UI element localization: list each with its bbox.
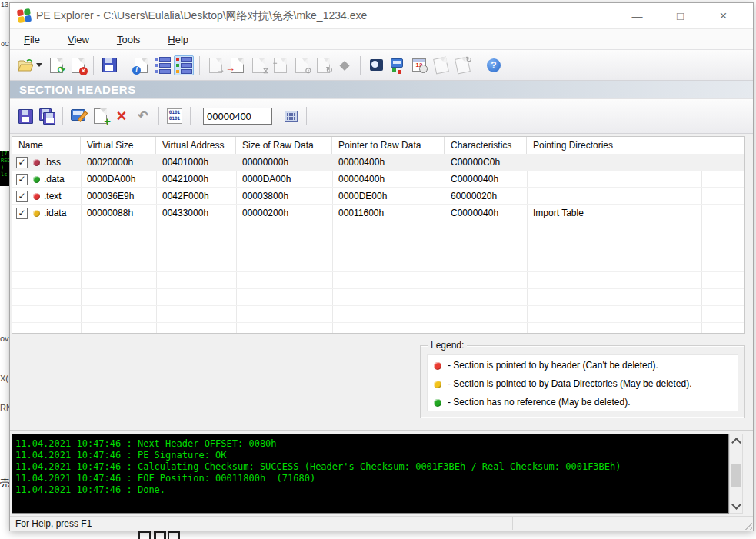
dependency-scanner-button[interactable] bbox=[388, 55, 408, 75]
calculator-icon bbox=[285, 111, 298, 122]
menu-file[interactable]: File bbox=[16, 32, 48, 48]
save-all-sections-button[interactable] bbox=[37, 106, 57, 126]
col-size-raw[interactable]: Size of Raw Data bbox=[236, 137, 332, 154]
section-checkbox[interactable]: ✓ bbox=[16, 157, 28, 168]
status-bar: For Help, press F1 bbox=[10, 516, 753, 531]
legend-item: - Section is pointed to by header (Can't… bbox=[428, 358, 738, 374]
cell-characteristics: C0000040h bbox=[445, 171, 527, 188]
section-status-dot bbox=[33, 176, 40, 183]
cell-size-raw: 0000DA00h bbox=[236, 171, 332, 188]
import-data-button[interactable]: → bbox=[227, 55, 247, 75]
exclude-data-button[interactable]: ⧖ bbox=[248, 55, 268, 75]
section-headers-view-button[interactable] bbox=[174, 55, 194, 75]
cell-pointing-directories bbox=[527, 188, 701, 205]
log-line: 11.04.2021 10:47:46 : PE Signature: OK bbox=[15, 450, 728, 461]
save-file-button[interactable] bbox=[99, 55, 119, 75]
table-row-bss[interactable]: ✓ .bss 00020000h 00401000h 00000000h 000… bbox=[12, 154, 744, 171]
background-glyph-fragment bbox=[154, 531, 166, 539]
export-data-button[interactable]: → bbox=[205, 55, 225, 75]
digital-signature-button[interactable] bbox=[431, 55, 451, 75]
section-checkbox[interactable]: ✓ bbox=[16, 174, 28, 185]
col-pointing-directories[interactable]: Pointing Directories bbox=[527, 137, 701, 154]
table-row-idata[interactable]: ✓ .idata 00000088h 00433000h 00000200h 0… bbox=[12, 205, 744, 221]
table-row-text[interactable]: ✓ .text 000036E9h 0042F000h 00003800h 00… bbox=[12, 188, 744, 205]
console-splitter[interactable] bbox=[10, 430, 753, 433]
disassembler-button[interactable] bbox=[366, 55, 386, 75]
split-view-button[interactable]: ◆ bbox=[335, 55, 355, 75]
col-pointer-raw[interactable]: Pointer to Raw Data bbox=[332, 137, 445, 154]
edit-section-button[interactable] bbox=[68, 106, 88, 126]
legend-text: - Section has no reference (May be delet… bbox=[448, 394, 630, 411]
background-fragment: X( bbox=[0, 374, 8, 383]
delete-section-button[interactable]: × bbox=[112, 106, 132, 126]
open-file-button[interactable] bbox=[15, 55, 35, 75]
open-folder-icon bbox=[17, 58, 34, 73]
offset-input[interactable] bbox=[203, 108, 272, 125]
time-date-stamps-button[interactable]: 12 bbox=[409, 55, 429, 75]
yellow-dot-icon bbox=[434, 381, 441, 388]
minimize-button[interactable]: — bbox=[620, 3, 654, 28]
section-status-dot bbox=[33, 159, 40, 166]
section-checkbox[interactable]: ✓ bbox=[16, 191, 28, 202]
cell-virtual-address: 0042F000h bbox=[156, 188, 236, 205]
background-fragment: 13 bbox=[1, 1, 8, 8]
save-all-icon bbox=[39, 108, 55, 124]
pe-explorer-window: PE Explorer - C:\Users\Eulalia\Desktop\网… bbox=[9, 2, 754, 531]
section-name: .data bbox=[44, 171, 65, 188]
section-table: Name Virtual Size Virtual Address Size o… bbox=[12, 136, 745, 334]
col-characteristics[interactable]: Characteristics bbox=[445, 137, 527, 154]
menu-help[interactable]: Help bbox=[160, 32, 196, 48]
save-icon bbox=[102, 58, 117, 72]
maximize-button[interactable]: □ bbox=[663, 3, 698, 28]
apply-changes-button[interactable]: ⊙ bbox=[291, 55, 311, 75]
headers-view-button[interactable] bbox=[152, 55, 172, 75]
section-toolbar: + × ↶ 0101 0101 bbox=[10, 98, 753, 134]
table-row-data[interactable]: ✓ .data 0000DA00h 00421000h 0000DA00h 00… bbox=[12, 171, 744, 188]
section-status-dot bbox=[33, 210, 40, 217]
scroll-down-icon[interactable] bbox=[731, 500, 741, 510]
menu-tools[interactable]: Tools bbox=[109, 32, 148, 48]
background-fragment: ov bbox=[0, 334, 9, 343]
cell-virtual-address: 00433000h bbox=[156, 205, 236, 221]
cell-characteristics: C00000C0h bbox=[445, 154, 527, 171]
title-bar[interactable]: PE Explorer - C:\Users\Eulalia\Desktop\网… bbox=[10, 3, 753, 28]
undo-button[interactable]: ↶ bbox=[133, 106, 153, 126]
menu-bar: File View Tools Help bbox=[10, 28, 753, 49]
binary-icon: 0101 0101 bbox=[167, 108, 182, 124]
console-scrollbar[interactable] bbox=[729, 434, 743, 514]
reload-file-button[interactable]: ⟳ bbox=[46, 55, 66, 75]
cell-virtual-size: 000036E9h bbox=[81, 188, 156, 205]
cell-pointing-directories: Import Table bbox=[527, 205, 701, 221]
resize-grip[interactable] bbox=[742, 520, 752, 530]
scroll-up-icon[interactable] bbox=[731, 438, 741, 448]
legend-groupbox: Legend: - Section is pointed to by heade… bbox=[420, 345, 745, 418]
legend-text: - Section is pointed to by header (Can't… bbox=[448, 358, 658, 374]
menu-view[interactable]: View bbox=[60, 32, 97, 48]
col-virtual-address[interactable]: Virtual Address bbox=[156, 137, 236, 154]
section-name: .text bbox=[44, 188, 62, 205]
help-button[interactable]: ? bbox=[484, 55, 504, 75]
update-view-button[interactable]: ↻ bbox=[313, 55, 333, 75]
background-glyph-fragment bbox=[168, 531, 180, 539]
col-virtual-size[interactable]: Virtual Size bbox=[81, 137, 156, 154]
close-button[interactable]: × bbox=[706, 3, 741, 28]
close-file-button[interactable]: × bbox=[68, 55, 88, 75]
scrollbar-thumb[interactable] bbox=[731, 464, 741, 487]
cell-virtual-size: 00000088h bbox=[81, 205, 156, 221]
cell-pointer-raw: 00000400h bbox=[332, 171, 445, 188]
col-filler bbox=[701, 137, 745, 154]
cell-virtual-size: 0000DA00h bbox=[81, 171, 156, 188]
log-line: 11.04.2021 10:47:46 : Done. bbox=[15, 484, 728, 496]
open-file-dropdown-icon[interactable] bbox=[36, 63, 42, 67]
resource-view-button[interactable]: ≡ bbox=[270, 55, 290, 75]
binary-view-button[interactable]: 0101 0101 bbox=[165, 106, 185, 126]
save-section-button[interactable] bbox=[15, 106, 35, 126]
verify-signature-button[interactable]: ↻ bbox=[452, 55, 472, 75]
calculator-button[interactable] bbox=[281, 106, 301, 126]
col-name[interactable]: Name bbox=[12, 137, 81, 154]
file-info-button[interactable]: i bbox=[131, 55, 151, 75]
horizontal-splitter[interactable] bbox=[10, 334, 753, 337]
add-section-button[interactable]: + bbox=[90, 106, 110, 126]
background-left-strip: 13 oC (7 RED ) ls ov X( RN 壳 bbox=[0, 0, 9, 539]
section-checkbox[interactable]: ✓ bbox=[16, 208, 28, 219]
